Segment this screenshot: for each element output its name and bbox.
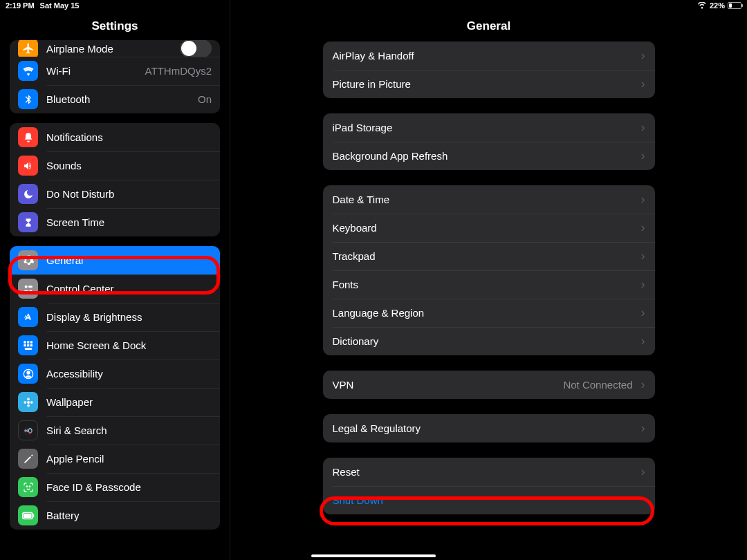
wifi-status-icon: [697, 2, 707, 9]
detail-row-language-region[interactable]: Language & Region›: [323, 299, 655, 327]
sidebar-item-battery[interactable]: Battery: [10, 501, 220, 530]
textsize-icon: A: [18, 307, 38, 327]
detail-row-label: Language & Region: [333, 307, 425, 319]
sidebar-item-bluetooth[interactable]: BluetoothOn: [10, 85, 220, 113]
chevron-right-icon: ›: [641, 192, 645, 207]
chevron-right-icon: ›: [641, 120, 645, 135]
hourglass-icon: [18, 212, 38, 232]
detail-row-fonts[interactable]: Fonts›: [323, 270, 655, 299]
svg-point-14: [27, 401, 30, 404]
sidebar-item-label: Siri & Search: [46, 424, 107, 436]
detail-row-dictionary[interactable]: Dictionary›: [323, 327, 655, 355]
chevron-right-icon: ›: [641, 306, 645, 320]
pencil-icon: [18, 449, 38, 469]
chevron-right-icon: ›: [641, 377, 645, 392]
sidebar-item-display-brightness[interactable]: ADisplay & Brightness: [10, 303, 220, 331]
chevron-right-icon: ›: [641, 48, 645, 63]
battery-icon: [18, 505, 38, 525]
sidebar-item-wi-fi[interactable]: Wi-FiATTHmDQys2: [10, 57, 220, 85]
bell-icon: [18, 127, 38, 147]
svg-rect-3: [24, 290, 28, 292]
battery-status-icon: [728, 2, 741, 9]
sidebar-item-notifications[interactable]: Notifications: [10, 123, 220, 151]
detail-row-label: Legal & Regulatory: [333, 422, 421, 434]
sidebar-item-screen-time[interactable]: Screen Time: [10, 208, 220, 236]
status-bar: 2:19 PM Sat May 15 22%: [0, 0, 747, 11]
svg-point-21: [29, 486, 30, 487]
detail-group: Reset›Shut Down: [323, 458, 655, 514]
detail-row-vpn[interactable]: VPNNot Connected›: [323, 371, 655, 399]
sidebar: Settings Airplane ModeWi-FiATTHmDQys2Blu…: [0, 0, 230, 560]
svg-point-13: [27, 371, 30, 374]
detail-row-airplay-handoff[interactable]: AirPlay & Handoff›: [323, 41, 655, 70]
sidebar-item-do-not-disturb[interactable]: Do Not Disturb: [10, 180, 220, 208]
detail-row-label: Shut Down: [333, 494, 383, 506]
sidebar-item-siri-search[interactable]: Siri & Search: [10, 416, 220, 445]
sidebar-item-control-center[interactable]: Control Center: [10, 274, 220, 303]
detail-row-label: Dictionary: [333, 335, 379, 347]
sidebar-item-accessibility[interactable]: Accessibility: [10, 360, 220, 388]
chevron-right-icon: ›: [641, 249, 645, 263]
detail-row-ipad-storage[interactable]: iPad Storage›: [323, 113, 655, 142]
detail-row-label: Trackpad: [333, 250, 376, 262]
svg-rect-8: [24, 344, 26, 346]
detail-row-date-time[interactable]: Date & Time›: [323, 185, 655, 214]
detail-row-trackpad[interactable]: Trackpad›: [323, 242, 655, 270]
svg-point-16: [27, 404, 30, 407]
moon-icon: [18, 184, 38, 204]
svg-point-2: [29, 290, 32, 292]
sidebar-item-wallpaper[interactable]: Wallpaper: [10, 388, 220, 416]
chevron-right-icon: ›: [641, 277, 645, 292]
detail-row-keyboard[interactable]: Keyboard›: [323, 214, 655, 242]
sidebar-item-label: Control Center: [46, 283, 114, 295]
svg-rect-1: [28, 286, 33, 288]
detail-row-label: Date & Time: [333, 194, 390, 205]
airplane-icon: [18, 40, 38, 57]
detail-row-reset[interactable]: Reset›: [323, 458, 655, 486]
svg-rect-11: [24, 348, 32, 350]
detail-panel: General AirPlay & Handoff›Picture in Pic…: [230, 0, 747, 560]
status-right: 22%: [697, 1, 741, 10]
sidebar-group-general: GeneralControl CenterADisplay & Brightne…: [10, 246, 220, 530]
detail-row-picture-in-picture[interactable]: Picture in Picture›: [323, 70, 655, 98]
sidebar-item-label: Face ID & Passcode: [46, 481, 141, 493]
sidebar-item-general[interactable]: General: [10, 246, 220, 274]
sidebar-item-label: Notifications: [46, 131, 103, 143]
detail-row-label: AirPlay & Handoff: [333, 50, 414, 62]
svg-rect-24: [24, 514, 31, 518]
sidebar-item-apple-pencil[interactable]: Apple Pencil: [10, 445, 220, 473]
sidebar-item-label: Battery: [46, 510, 80, 521]
svg-point-17: [24, 401, 26, 404]
chevron-right-icon: ›: [641, 221, 645, 235]
detail-row-background-app-refresh[interactable]: Background App Refresh›: [323, 142, 655, 170]
sidebar-item-home-screen-dock[interactable]: Home Screen & Dock: [10, 331, 220, 360]
detail-row-label: Reset: [333, 466, 360, 478]
siri-icon: [18, 420, 38, 440]
detail-row-label: VPN: [333, 379, 354, 391]
wifi-icon: [18, 61, 38, 81]
person-icon: [18, 364, 38, 384]
detail-group: iPad Storage›Background App Refresh›: [323, 113, 655, 170]
chevron-right-icon: ›: [641, 421, 645, 436]
sidebar-item-label: Accessibility: [46, 368, 103, 380]
detail-group: AirPlay & Handoff›Picture in Picture›: [323, 41, 655, 98]
gear-icon: [18, 250, 38, 270]
sidebar-item-airplane-mode[interactable]: Airplane Mode: [10, 40, 220, 57]
svg-rect-5: [24, 341, 26, 343]
sidebar-item-sounds[interactable]: Sounds: [10, 151, 220, 180]
detail-row-legal-regulatory[interactable]: Legal & Regulatory›: [323, 414, 655, 442]
home-indicator[interactable]: [311, 554, 436, 557]
speaker-icon: [18, 156, 38, 176]
detail-row-label: Picture in Picture: [333, 78, 411, 90]
faceid-icon: [18, 477, 38, 497]
detail-group: Legal & Regulatory›: [323, 414, 655, 442]
sidebar-item-label: Bluetooth: [46, 93, 90, 105]
status-time: 2:19 PM: [6, 1, 35, 10]
sidebar-item-label: Wallpaper: [46, 396, 93, 408]
toggle-switch[interactable]: [180, 40, 212, 57]
detail-row-shut-down[interactable]: Shut Down: [323, 486, 655, 514]
sidebar-item-label: Home Screen & Dock: [46, 339, 146, 351]
detail-row-label: Fonts: [333, 279, 359, 290]
sidebar-item-face-id-passcode[interactable]: Face ID & Passcode: [10, 473, 220, 501]
detail-row-label: Keyboard: [333, 222, 377, 234]
